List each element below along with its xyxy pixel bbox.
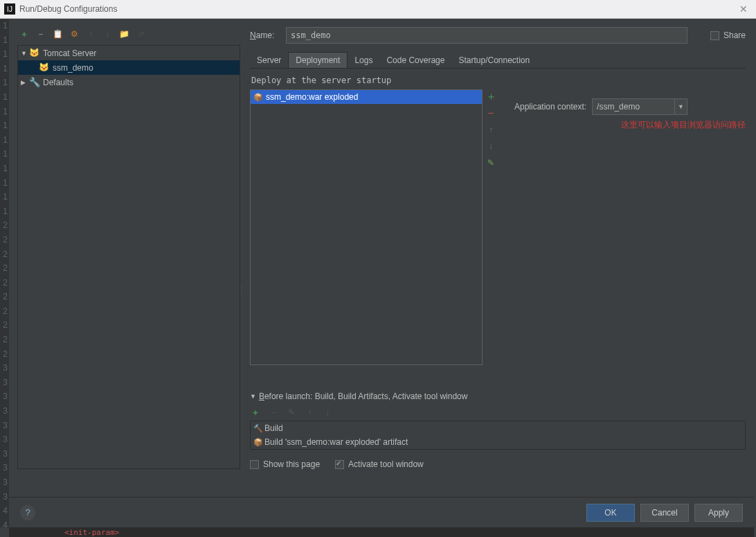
remove-artifact-icon[interactable]: － bbox=[485, 107, 496, 118]
dialog-body: ＋ － 📋 ⚙ ↑ ↓ 📁 ↓ª ▼ Tomcat Server ssm_dem… bbox=[9, 19, 754, 527]
move-down-icon: ↓ bbox=[102, 28, 113, 39]
before-launch-toolbar: ＋ － ✎ ↑ ↓ bbox=[250, 407, 746, 418]
context-input[interactable] bbox=[592, 98, 675, 115]
config-toolbar: ＋ － 📋 ⚙ ↑ ↓ 📁 ↓ª bbox=[17, 27, 240, 44]
add-artifact-icon[interactable]: ＋ bbox=[485, 91, 496, 102]
before-launch-list[interactable]: 🔨Build📦Build 'ssm_demo:war exploded' art… bbox=[250, 421, 746, 450]
titlebar: IJ Run/Debug Configurations ✕ bbox=[0, 0, 756, 19]
tree-node-tomcat[interactable]: ▼ Tomcat Server bbox=[18, 46, 240, 60]
task-item[interactable]: 📦Build 'ssm_demo:war exploded' artifact bbox=[251, 435, 745, 449]
sort-icon: ↓ª bbox=[135, 28, 146, 39]
move-down-artifact-icon: ↓ bbox=[485, 141, 496, 152]
artifact-list[interactable]: 📦 ssm_demo:war exploded bbox=[250, 89, 483, 365]
tree-node-ssm-demo[interactable]: ssm_demo bbox=[18, 60, 240, 75]
move-up-icon: ↑ bbox=[85, 28, 96, 39]
before-launch-header[interactable]: ▼ Before launch: Build, Build Artifacts,… bbox=[250, 391, 746, 401]
window-title: Run/Debug Configurations bbox=[19, 4, 117, 14]
tomcat-icon bbox=[29, 48, 40, 59]
task-item[interactable]: 🔨Build bbox=[251, 421, 745, 435]
editor-gutter: 111111111111112222222222333333333344 bbox=[0, 19, 9, 527]
artifact-item[interactable]: 📦 ssm_demo:war exploded bbox=[251, 90, 482, 104]
edit-task-icon: ✎ bbox=[286, 407, 297, 418]
activate-window-check[interactable]: Activate tool window bbox=[335, 459, 424, 469]
tree-label: Defaults bbox=[43, 78, 73, 87]
tab-code-coverage[interactable]: Code Coverage bbox=[379, 52, 451, 68]
tab-deployment[interactable]: Deployment bbox=[288, 52, 348, 68]
chevron-down-icon[interactable]: ▼ bbox=[675, 98, 687, 115]
collapse-icon[interactable]: ▼ bbox=[250, 393, 256, 400]
context-combo[interactable]: ▼ bbox=[592, 98, 687, 115]
task-down-icon: ↓ bbox=[322, 407, 333, 418]
name-label: Name: bbox=[250, 30, 286, 40]
move-up-artifact-icon: ↑ bbox=[485, 124, 496, 135]
folder-icon[interactable]: 📁 bbox=[118, 28, 129, 39]
right-panel: Name: Share ServerDeploymentLogsCode Cov… bbox=[240, 27, 746, 469]
before-launch-checks: Show this page Activate tool window bbox=[250, 459, 746, 469]
save-icon[interactable]: ⚙ bbox=[69, 28, 80, 39]
config-tree[interactable]: ▼ Tomcat Server ssm_demo ▶ 🔧 Defaults bbox=[17, 45, 240, 469]
expand-icon[interactable]: ▶ bbox=[21, 79, 29, 86]
show-page-check[interactable]: Show this page bbox=[250, 459, 320, 469]
tab-server[interactable]: Server bbox=[250, 52, 288, 68]
dialog-content: ＋ － 📋 ⚙ ↑ ↓ 📁 ↓ª ▼ Tomcat Server ssm_dem… bbox=[9, 19, 754, 473]
context-row: Application context: ▼ bbox=[514, 98, 746, 115]
expand-icon[interactable]: ▼ bbox=[21, 50, 29, 57]
left-panel: ＋ － 📋 ⚙ ↑ ↓ 📁 ↓ª ▼ Tomcat Server ssm_dem… bbox=[17, 27, 240, 469]
artifact-buttons: ＋ － ↑ ↓ ✎ bbox=[483, 89, 499, 365]
intellij-icon: IJ bbox=[4, 3, 15, 15]
artifact-label: ssm_demo:war exploded bbox=[266, 92, 358, 102]
copy-icon[interactable]: 📋 bbox=[52, 28, 63, 39]
close-icon[interactable]: ✕ bbox=[735, 3, 752, 15]
tabs: ServerDeploymentLogsCode CoverageStartup… bbox=[250, 52, 746, 69]
tab-startup-connection[interactable]: Startup/Connection bbox=[451, 52, 537, 68]
context-column: Application context: ▼ 这里可以输入项目浏览器访问路径 bbox=[499, 89, 746, 365]
name-input[interactable] bbox=[286, 27, 687, 44]
deploy-row: 📦 ssm_demo:war exploded ＋ － ↑ ↓ ✎ Applic… bbox=[250, 89, 746, 365]
tab-logs[interactable]: Logs bbox=[348, 52, 379, 68]
editor-strip: <init-param> bbox=[9, 527, 754, 537]
tree-label: Tomcat Server bbox=[43, 49, 96, 58]
wrench-icon: 🔧 bbox=[29, 77, 40, 88]
ok-button[interactable]: OK bbox=[586, 504, 635, 522]
tree-label: ssm_demo bbox=[53, 63, 93, 73]
artifact-icon: 📦 bbox=[253, 93, 263, 102]
before-launch-label: Before launch: Build, Build Artifacts, A… bbox=[259, 391, 468, 401]
add-task-icon[interactable]: ＋ bbox=[250, 407, 261, 418]
tree-node-defaults[interactable]: ▶ 🔧 Defaults bbox=[18, 75, 240, 89]
task-up-icon: ↑ bbox=[304, 407, 315, 418]
share-checkbox[interactable] bbox=[710, 31, 719, 40]
share-wrap[interactable]: Share bbox=[710, 30, 746, 40]
edit-artifact-icon[interactable]: ✎ bbox=[485, 157, 496, 168]
before-launch: ▼ Before launch: Build, Build Artifacts,… bbox=[250, 391, 746, 469]
apply-button[interactable]: Apply bbox=[694, 504, 743, 522]
add-icon[interactable]: ＋ bbox=[19, 28, 30, 39]
help-icon[interactable]: ? bbox=[20, 505, 35, 520]
context-hint: 这里可以输入项目浏览器访问路径 bbox=[514, 119, 746, 131]
dialog-footer: ? OK Cancel Apply bbox=[9, 497, 754, 527]
name-row: Name: Share bbox=[250, 27, 746, 44]
context-label: Application context: bbox=[514, 102, 586, 112]
deploy-header: Deploy at the server startup bbox=[251, 76, 746, 85]
remove-icon[interactable]: － bbox=[35, 28, 46, 39]
splitter[interactable] bbox=[238, 62, 241, 516]
cancel-button[interactable]: Cancel bbox=[640, 504, 689, 522]
tomcat-icon bbox=[39, 62, 50, 73]
remove-task-icon: － bbox=[268, 407, 279, 418]
share-label: Share bbox=[723, 30, 746, 40]
